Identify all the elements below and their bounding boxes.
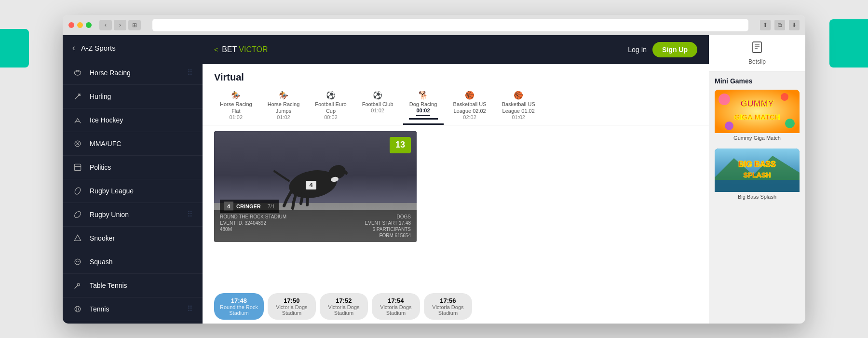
race-slot-1748-time: 17:48 <box>220 297 258 304</box>
sidebar-item-rugby-union[interactable]: Rugby Union ⠿ <box>63 203 203 227</box>
tab-basketball-us-league-1[interactable]: 🏀 Basketball USLeague 02.02 02:02 <box>448 87 492 125</box>
sidebar-item-label-tennis: Tennis <box>90 305 187 313</box>
sidebar-item-label-politics: Politics <box>90 163 193 171</box>
politics-icon <box>72 162 83 173</box>
football-euro-cup-tab-icon: ⚽ <box>326 91 336 100</box>
tab-dog-racing[interactable]: 🐕 Dog Racing 00:02 <box>403 87 444 125</box>
race-slot-1748-venue: Round the RockStadium <box>220 304 258 316</box>
race-slot-1754[interactable]: 17:54 Victoria DogsStadium <box>372 293 420 320</box>
svg-rect-30 <box>715 180 800 192</box>
sidebar-item-rugby-league[interactable]: Rugby League <box>63 179 203 203</box>
sidebar-item-snooker[interactable]: Snooker <box>63 227 203 250</box>
tennis-icon <box>72 304 83 314</box>
basketball-us-league2-tab-icon: 🏀 <box>514 91 523 100</box>
bigbass-game-title: Big Bass Splash <box>715 192 800 202</box>
sidebar-title: A-Z Sports <box>81 44 116 52</box>
betvictor-header: < BET VICTOR Log In Sign Up <box>203 35 709 64</box>
sidebar-item-mma[interactable]: MMA/UFC <box>63 132 203 156</box>
horse-racing-jumps-tab-time: 01:02 <box>277 114 290 120</box>
minimize-button-traffic[interactable] <box>77 22 83 28</box>
tab-button[interactable]: ⊞ <box>128 20 141 30</box>
address-bar[interactable] <box>152 19 748 31</box>
tab-horse-racing-jumps[interactable]: 🏇 Horse RacingJumps 01:02 <box>262 87 306 125</box>
maximize-button-traffic[interactable] <box>86 22 92 28</box>
football-euro-cup-tab-time: 00:02 <box>324 114 338 120</box>
overlay-row-2: EVENT ID: 32404892 EVENT START 17:48 <box>220 220 411 226</box>
sidebar-item-table-tennis[interactable]: Table Tennis <box>63 274 203 297</box>
race-slot-1756[interactable]: 17:56 Victoria DogsStadium <box>424 293 472 320</box>
browser-window: ‹ › ⊞ ⬆ ⧉ ⬇ ‹ A-Z Sports <box>63 15 805 324</box>
sidebar-item-squash[interactable]: Squash <box>63 250 203 274</box>
horse-racing-jumps-tab-icon: 🏇 <box>279 91 288 100</box>
overlay-row-1: ROUND THE ROCK STADIUM DOGS <box>220 214 411 219</box>
svg-point-23 <box>785 119 795 128</box>
overlay-form: FORM 615654 <box>379 233 411 238</box>
basketball-us-league2-tab-time: 01:02 <box>512 114 525 120</box>
race-slot-1754-time: 17:54 <box>378 297 414 304</box>
sidebar-item-virtual-sports[interactable]: Virtual Sports <box>63 321 203 323</box>
download-button[interactable]: ⬇ <box>789 20 800 30</box>
basketball-us-league1-tab-time: 02:02 <box>463 114 476 120</box>
overlay-dogs: DOGS <box>397 214 411 219</box>
drag-handle-tennis: ⠿ <box>187 304 193 313</box>
bigbass-thumbnail: BIG BASS SPLASH <box>715 149 800 192</box>
sidebar-item-politics[interactable]: Politics <box>63 156 203 179</box>
race-slot-1752[interactable]: 17:52 Victoria DogsStadium <box>320 293 368 320</box>
mini-game-card-gummy[interactable]: GUMMY GIGA MATCH Gummy Giga Match <box>715 90 800 143</box>
teal-decoration-right <box>829 19 868 68</box>
svg-text:4: 4 <box>309 181 313 189</box>
betslip-header: Betslip <box>709 35 805 71</box>
betvictor-logo: < BET VICTOR <box>214 45 268 54</box>
logo-bet-text: BET <box>222 45 237 54</box>
dog-racing-tab-label: Dog Racing <box>409 101 437 108</box>
tab-football-club[interactable]: ⚽ Football Club 01:02 <box>356 87 399 125</box>
sidebar-item-label-snooker: Snooker <box>90 234 193 242</box>
svg-point-10 <box>75 306 81 312</box>
tab-basketball-us-league-2[interactable]: 🏀 Basketball USLeague 01.02 01:02 <box>496 87 541 125</box>
tab-horse-racing-flat[interactable]: 🏇 Horse RacingFlat 01:02 <box>214 87 258 125</box>
sidebar-item-label-ice-hockey: Ice Hockey <box>90 116 193 124</box>
overlay-event-start: EVENT START 17:48 <box>365 220 411 226</box>
race-slot-1750[interactable]: 17:50 Victoria DogsStadium <box>268 293 316 320</box>
race-slot-1748[interactable]: 17:48 Round the RockStadium <box>214 293 264 320</box>
sidebar-item-label-table-tennis: Table Tennis <box>90 282 193 289</box>
greyhound-scene: 4 13 4 CRINGER 7/1 <box>214 131 417 242</box>
sidebar-item-label-rugby-union: Rugby Union <box>90 211 187 218</box>
virtual-section: Virtual 🏇 Horse RacingFlat 01:02 🏇 Horse… <box>203 64 709 324</box>
login-button[interactable]: Log In <box>628 46 647 54</box>
back-nav-button[interactable]: ‹ <box>99 20 112 30</box>
share-button[interactable]: ⬆ <box>760 20 771 30</box>
mini-game-card-bigbass[interactable]: BIG BASS SPLASH Big Bass Splash <box>715 149 800 202</box>
forward-nav-button[interactable]: › <box>114 20 126 30</box>
svg-point-24 <box>781 93 788 101</box>
main-content: < BET VICTOR Log In Sign Up Virtual 🏇 Ho… <box>203 35 709 324</box>
overlay-stadium: ROUND THE ROCK STADIUM <box>220 214 286 219</box>
overlay-distance: 480M <box>220 227 232 232</box>
close-button-traffic[interactable] <box>68 22 74 28</box>
race-slot-1756-time: 17:56 <box>430 297 466 304</box>
tab-football-euro-cup[interactable]: ⚽ Football EuroCup 00:02 <box>309 87 352 125</box>
basketball-us-league2-tab-label: Basketball USLeague 01.02 <box>502 101 535 115</box>
dog-odds: 7/1 <box>268 203 275 209</box>
duplicate-button[interactable]: ⧉ <box>774 20 785 30</box>
sidebar-item-hurling[interactable]: Hurling <box>63 85 203 108</box>
betslip-icon <box>751 41 763 56</box>
svg-marker-7 <box>74 235 81 241</box>
logo-back-arrow: < <box>214 46 218 54</box>
sidebar-item-horse-racing[interactable]: Horse Racing ⠿ <box>63 61 203 85</box>
active-tab-underline <box>409 118 438 120</box>
sidebar-header: ‹ A-Z Sports <box>63 35 203 61</box>
sidebar-item-ice-hockey[interactable]: Ice Hockey <box>63 108 203 132</box>
race-slot-1756-venue: Victoria DogsStadium <box>430 304 466 316</box>
overlay-row-3: 480M 6 PARTICIPANTS <box>220 227 411 232</box>
ice-hockey-icon <box>72 115 83 125</box>
football-club-tab-icon: ⚽ <box>373 91 382 100</box>
horse-racing-flat-tab-label: Horse RacingFlat <box>220 101 252 115</box>
video-overlay-text: ROUND THE ROCK STADIUM DOGS EVENT ID: 32… <box>214 210 417 242</box>
overlay-event-id: EVENT ID: 32404892 <box>220 220 266 226</box>
svg-point-22 <box>719 94 730 105</box>
sidebar-item-tennis[interactable]: Tennis ⠿ <box>63 297 203 321</box>
football-euro-cup-tab-label: Football EuroCup <box>315 101 346 115</box>
sidebar-back-button[interactable]: ‹ <box>72 43 75 53</box>
signup-button[interactable]: Sign Up <box>652 42 697 57</box>
